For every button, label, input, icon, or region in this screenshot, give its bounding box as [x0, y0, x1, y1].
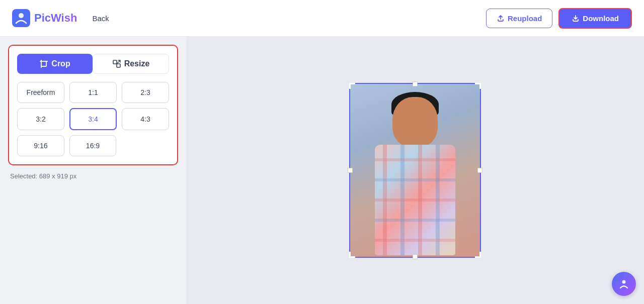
ratio-grid: Freeform 1:1 2:3 3:2 3:4 4:3	[17, 82, 169, 130]
body	[375, 145, 455, 255]
tab-row: Crop Resize	[17, 54, 169, 74]
crop-tab[interactable]: Crop	[17, 54, 93, 74]
app-header: PicWish Back Reupload Download	[0, 0, 644, 37]
selected-info: Selected: 689 x 919 px	[8, 172, 178, 180]
svg-rect-5	[113, 60, 117, 64]
helper-icon	[618, 278, 630, 290]
ratio-freeform[interactable]: Freeform	[17, 82, 64, 103]
ratio-last-row: 9:16 16:9	[17, 135, 169, 156]
reupload-icon	[497, 14, 505, 22]
download-icon	[572, 14, 580, 22]
logo: PicWish	[12, 9, 77, 27]
person-figure	[360, 92, 470, 258]
tool-panel: Crop Resize Freeform 1:1 2:3 3:2 3:4	[8, 45, 178, 165]
header-left: PicWish Back	[12, 9, 114, 27]
header-right: Reupload Download	[486, 8, 632, 29]
svg-rect-6	[117, 64, 120, 67]
download-label: Download	[583, 14, 619, 23]
shirt-pattern	[375, 145, 455, 255]
download-button[interactable]: Download	[558, 8, 632, 29]
ratio-2-3[interactable]: 2:3	[122, 82, 169, 103]
reupload-button[interactable]: Reupload	[486, 9, 552, 28]
resize-tab[interactable]: Resize	[93, 54, 169, 74]
ratio-4-3[interactable]: 4:3	[122, 108, 169, 130]
head	[392, 97, 438, 147]
ratio-1-1[interactable]: 1:1	[69, 82, 117, 103]
reupload-label: Reupload	[508, 14, 542, 23]
helper-circle[interactable]	[612, 272, 636, 296]
resize-icon	[112, 59, 121, 68]
canvas-area	[186, 37, 644, 304]
photo-background	[349, 83, 481, 258]
resize-tab-label: Resize	[124, 59, 150, 68]
back-button[interactable]: Back	[87, 11, 114, 26]
crop-tab-label: Crop	[51, 59, 70, 68]
svg-rect-2	[41, 61, 46, 66]
logo-icon	[12, 9, 30, 27]
ratio-3-4[interactable]: 3:4	[69, 108, 117, 130]
main-layout: Crop Resize Freeform 1:1 2:3 3:2 3:4	[0, 37, 644, 304]
image-container	[349, 83, 481, 258]
ratio-16-9[interactable]: 16:9	[69, 135, 117, 156]
ratio-9-16[interactable]: 9:16	[17, 135, 64, 156]
ratio-3-2[interactable]: 3:2	[17, 108, 64, 130]
sidebar: Crop Resize Freeform 1:1 2:3 3:2 3:4	[0, 37, 186, 304]
logo-text: PicWish	[34, 12, 77, 25]
crop-icon	[39, 59, 48, 68]
svg-point-16	[622, 280, 626, 284]
svg-point-1	[19, 13, 24, 18]
